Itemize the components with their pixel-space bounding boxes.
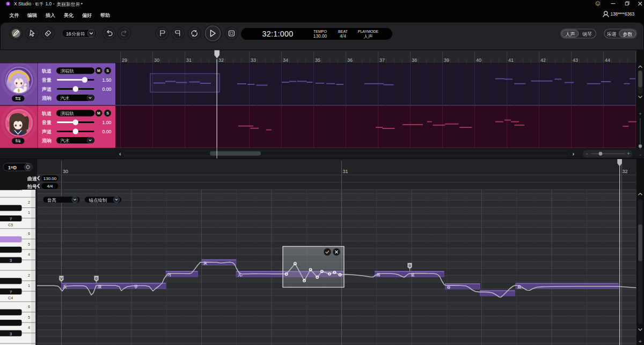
svg-text:39: 39 — [444, 58, 449, 63]
svg-text:TEMPO: TEMPO — [313, 30, 327, 33]
svg-text:41: 41 — [508, 58, 514, 63]
svg-text:31: 31 — [343, 169, 348, 174]
svg-text:PLAYMODE: PLAYMODE — [358, 30, 379, 33]
svg-text:x: x — [7, 2, 9, 5]
svg-text:M: M — [97, 111, 100, 115]
svg-text:130.00: 130.00 — [313, 33, 327, 39]
svg-text:V: V — [60, 276, 63, 281]
svg-text:6: 6 — [28, 231, 30, 236]
svg-text:1.00: 1.00 — [102, 120, 111, 125]
svg-text:C4: C4 — [8, 296, 13, 300]
svg-text:35: 35 — [315, 58, 320, 63]
svg-text:M: M — [97, 69, 100, 73]
svg-text:›: › — [573, 150, 575, 157]
svg-text:1: 1 — [28, 283, 30, 288]
svg-text:138****6363: 138****6363 — [611, 12, 635, 17]
svg-text:36: 36 — [347, 58, 353, 63]
svg-text:4/4: 4/4 — [47, 184, 53, 189]
svg-text:32: 32 — [218, 58, 224, 63]
svg-text:+: + — [639, 111, 641, 117]
svg-text:+: + — [627, 150, 630, 156]
svg-text:0: 0 — [95, 276, 98, 281]
svg-text:3: 3 — [10, 258, 12, 263]
svg-text:BEAT: BEAT — [338, 30, 348, 33]
svg-text:42: 42 — [540, 58, 546, 63]
svg-text:5: 5 — [28, 315, 30, 320]
svg-text:1: 1 — [28, 210, 30, 215]
svg-text:43: 43 — [573, 58, 578, 63]
svg-text:X Studio: X Studio — [14, 1, 31, 6]
svg-text:5: 5 — [28, 242, 30, 247]
svg-text:32: 32 — [623, 169, 628, 174]
svg-text:4: 4 — [28, 325, 30, 330]
svg-text:1.50: 1.50 — [102, 77, 111, 83]
svg-text:7: 7 — [10, 217, 12, 221]
svg-text:33: 33 — [251, 58, 256, 63]
svg-text:-: - — [586, 150, 588, 156]
svg-text:130.00: 130.00 — [43, 176, 57, 181]
svg-text:31: 31 — [186, 58, 192, 63]
svg-text:S: S — [106, 69, 109, 73]
svg-text:4: 4 — [28, 252, 30, 257]
svg-text:0.00: 0.00 — [102, 129, 111, 134]
svg-text:·: · — [33, 1, 34, 6]
svg-text:C5: C5 — [8, 222, 13, 227]
svg-text:1.0 -: 1.0 - — [46, 1, 55, 6]
svg-text:44: 44 — [605, 58, 610, 63]
svg-text:,: , — [241, 272, 243, 277]
svg-text:2: 2 — [28, 273, 30, 278]
svg-text:-: - — [640, 152, 641, 157]
svg-text:16: 16 — [66, 31, 71, 37]
svg-text:30: 30 — [154, 58, 159, 63]
svg-text:1=D: 1=D — [8, 165, 17, 170]
svg-text:30: 30 — [63, 169, 68, 174]
svg-text:7: 7 — [10, 290, 12, 294]
svg-text:0: 0 — [408, 263, 411, 268]
svg-text:2: 2 — [28, 200, 30, 205]
svg-text:32:1:000: 32:1:000 — [262, 30, 293, 38]
svg-text:6: 6 — [28, 304, 30, 309]
svg-text:40: 40 — [476, 58, 481, 63]
svg-text:3: 3 — [10, 332, 12, 336]
svg-text:S: S — [106, 111, 109, 115]
svg-text:‹: ‹ — [119, 150, 121, 157]
svg-text:37: 37 — [379, 58, 385, 63]
svg-text:34: 34 — [283, 58, 288, 63]
svg-text:+: + — [639, 339, 642, 344]
svg-text:29: 29 — [122, 58, 127, 63]
svg-text:4/4: 4/4 — [340, 33, 346, 39]
svg-text:0.00: 0.00 — [102, 87, 111, 92]
svg-text:38: 38 — [412, 58, 417, 63]
svg-text:*: * — [81, 2, 83, 7]
